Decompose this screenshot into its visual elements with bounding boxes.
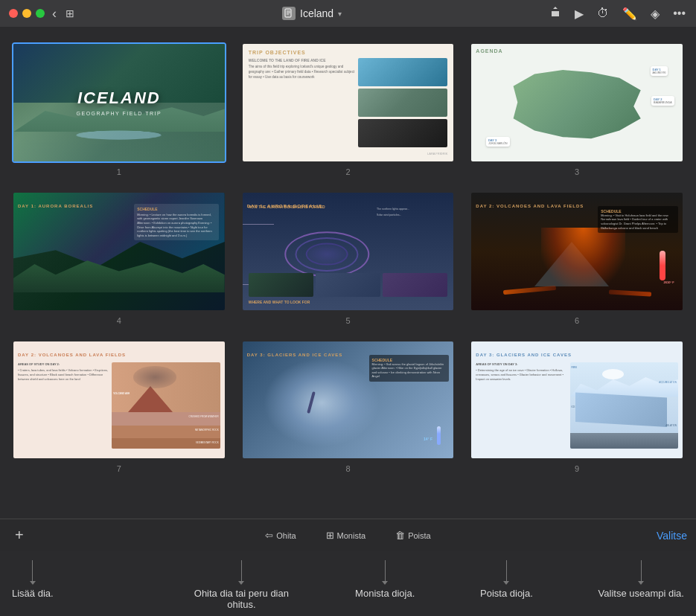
slide8-schedule: SCHEDULE Morning: • Sail across the glac… [369, 355, 450, 382]
slide2-desc: WELCOME TO THE LAND OF FIRE AND ICE [249, 58, 355, 63]
monista-button[interactable]: ⊞ Monista [320, 528, 372, 542]
titlebar-actions: ▶ ⏱ ✏️ ◈ ••• [548, 4, 687, 22]
slide-thumb-2[interactable]: TRIP OBJECTIVES WELCOME TO THE LAND OF F… [241, 42, 456, 163]
slide9-cloud [602, 369, 624, 379]
day1-badge: DAY 1 AKUREYRI [651, 66, 668, 76]
slide9-sub: AREAS OF STUDY ON DAY 3: [476, 362, 566, 367]
ohita-button[interactable]: ⇦ Ohita [259, 528, 301, 542]
tooltip-valitse: Valitse useampi dia. [598, 560, 684, 599]
add-slide-button[interactable]: + [9, 525, 30, 545]
poista-button[interactable]: 🗑 Poista [389, 528, 437, 542]
slide-thumb-5[interactable]: DAY 1: AURORA BOREALIS HOW THE AURORA BO… [241, 191, 456, 312]
tooltip-valitse-line [641, 560, 642, 581]
slide7-layer-sed [112, 426, 220, 438]
slide5-bottom-images [249, 273, 448, 297]
title-chevron-icon: ▾ [338, 10, 342, 18]
svg-rect-0 [285, 9, 291, 17]
tooltip-valitse-arrowhead [638, 581, 644, 585]
slide7-cone [128, 386, 173, 412]
slide-item-3[interactable]: AGENDA DAY 1 AKUREYRI DAY 2 BÁÐARBUNGA D… [470, 42, 684, 176]
slide4-schedule-title: SCHEDULE [137, 207, 215, 211]
minimize-button[interactable] [22, 9, 31, 18]
tooltip-poista-arrowhead [503, 581, 509, 585]
tooltip-ohita-arrowhead [238, 581, 244, 585]
slide-item-8[interactable]: DAY 3: GLACIERS AND ICE CAVES SCHEDULE M… [241, 340, 456, 474]
slide-item-2[interactable]: TRIP OBJECTIVES WELCOME TO THE LAND OF F… [241, 42, 456, 176]
slide-item-9[interactable]: DAY 3: GLACIERS AND ICE CAVES AREAS OF S… [470, 340, 684, 474]
tooltip-monista-text: Monista dioja. [355, 588, 415, 599]
slide4-bg: DAY 1: AURORA BOREALIS SCHEDULE Morning:… [13, 193, 225, 310]
slide7-label-meta: METAMORPHIC ROCK [195, 429, 219, 431]
slide6-lava-flow-1 [503, 286, 556, 295]
tooltip-poista-line [506, 560, 507, 581]
slide6-schedule: SCHEDULE Morning: • Visit to Holuhraun l… [598, 206, 678, 233]
back-button[interactable]: ‹ [51, 4, 58, 23]
pointer-button[interactable]: ◈ [649, 5, 661, 22]
slide2-header: TRIP OBJECTIVES [249, 50, 448, 55]
add-icon: + [15, 527, 24, 544]
slide-thumb-9[interactable]: DAY 3: GLACIERS AND ICE CAVES AREAS OF S… [470, 340, 684, 461]
slide7-bg: DAY 2: VOLCANOES AND LAVA FIELDS AREAS O… [13, 341, 225, 459]
slide4-schedule-text: Morning: • Lecture on how the aurora bor… [137, 213, 215, 238]
slide3-header: AGENDA [476, 48, 678, 54]
slide1-river [72, 131, 166, 140]
tooltip-ohita: Ohita dia tai peru dian ohitus. [193, 560, 290, 610]
slide-item-5[interactable]: DAY 1: AURORA BOREALIS HOW THE AURORA BO… [241, 191, 456, 325]
slide7-ash [133, 366, 176, 388]
slide2-text: WELCOME TO THE LAND OF FIRE AND ICE The … [249, 58, 355, 147]
slide-num-8: 8 [345, 464, 350, 473]
slide-thumb-6[interactable]: DAY 2: VOLCANOES AND LAVA FIELDS SCHEDUL… [470, 191, 684, 312]
slide-item-7[interactable]: DAY 2: VOLCANOES AND LAVA FIELDS AREAS O… [12, 340, 226, 474]
annotate-button[interactable]: ✏️ [621, 5, 639, 22]
slide5-img-3 [383, 273, 447, 297]
slide-grid-container: ICELAND GEOGRAPHY FIELD TRIP 1 TRIP OBJE… [0, 28, 696, 519]
slide7-label-ash: VOLCANO ASH [113, 392, 130, 395]
more-button[interactable]: ••• [671, 5, 687, 22]
slide-num-3: 3 [575, 167, 579, 176]
slide9-text: AREAS OF STUDY ON DAY 3: • Determining t… [476, 362, 566, 449]
document-icon [282, 7, 296, 20]
slide-thumb-7[interactable]: DAY 2: VOLCANOES AND LAVA FIELDS AREAS O… [12, 340, 226, 461]
slide4-landscape [13, 257, 225, 292]
share-button[interactable] [548, 4, 563, 22]
slide8-header: DAY 3: GLACIERS AND ICE CAVES [247, 353, 343, 357]
monista-icon: ⊞ [326, 530, 334, 541]
slide2-images [358, 58, 447, 147]
close-button[interactable] [9, 9, 18, 18]
bottom-toolbar: + ⇦ Ohita ⊞ Monista 🗑 Poista Valitse [0, 519, 696, 551]
slide-thumb-3[interactable]: AGENDA DAY 1 AKUREYRI DAY 2 BÁÐARBUNGA D… [470, 42, 684, 163]
slide7-cross-section: VOLCANO ASH CRUSHED FROM WEATHER METAMOR… [112, 362, 220, 449]
slide1-title: ICELAND [77, 89, 161, 108]
toolbar-left-group: + [0, 525, 30, 545]
play-button[interactable]: ▶ [573, 5, 585, 22]
slide9-cross-bg: FIRN ACCUMULATION ICE ABLATION MELT LAKE [570, 362, 678, 449]
slide-num-1: 1 [117, 167, 121, 176]
slide-thumb-1[interactable]: ICELAND GEOGRAPHY FIELD TRIP [12, 42, 226, 163]
tooltip-add: Lisää dia. [12, 560, 54, 599]
sidebar-toggle-button[interactable]: ⊞ [64, 6, 76, 21]
tooltip-poista: Poista dioja. [480, 560, 533, 599]
slide2-credit: LÁRA FRIÐRIK [249, 152, 448, 155]
slide9-diagram: FIRN ACCUMULATION ICE ABLATION MELT LAKE [570, 362, 678, 449]
slide-item-1[interactable]: ICELAND GEOGRAPHY FIELD TRIP 1 [12, 42, 226, 176]
maximize-button[interactable] [36, 9, 45, 18]
timer-button[interactable]: ⏱ [596, 5, 610, 22]
valitse-button[interactable]: Valitse [657, 530, 687, 542]
slide-item-6[interactable]: DAY 2: VOLCANOES AND LAVA FIELDS SCHEDUL… [470, 191, 684, 325]
slide5-labels: The northern lights appear... Solar wind… [377, 208, 450, 218]
slide7-sub: AREAS OF STUDY ON DAY 2: [18, 362, 109, 367]
poista-label: Poista [408, 531, 431, 540]
slide-thumb-4[interactable]: DAY 1: AURORA BOREALIS SCHEDULE Morning:… [12, 191, 226, 312]
tooltip-area: Lisää dia. Ohita dia tai peru dian ohitu… [0, 551, 696, 616]
slide4-schedule: SCHEDULE Morning: • Lecture on how the a… [134, 204, 218, 241]
slide-thumb-8[interactable]: DAY 3: GLACIERS AND ICE CAVES SCHEDULE M… [241, 340, 456, 461]
slide9-bg: DAY 3: GLACIERS AND ICE CAVES AREAS OF S… [471, 341, 683, 459]
slide3-map-area: DAY 1 AKUREYRI DAY 2 BÁÐARBUNGA DAY 3 JÖ… [476, 56, 678, 157]
slide-item-4[interactable]: DAY 1: AURORA BOREALIS SCHEDULE Morning:… [12, 191, 226, 325]
slide6-temp: 2610° F [664, 280, 674, 284]
slide2-bg: TRIP OBJECTIVES WELCOME TO THE LAND OF F… [243, 44, 454, 161]
slide8-schedule-text: Morning: • Sail across the glacial lagoo… [372, 362, 447, 379]
tooltip-valitse-text: Valitse useampi dia. [598, 588, 684, 599]
thermometer [660, 251, 665, 280]
slide7-content: AREAS OF STUDY ON DAY 2: • Craters, lava… [18, 362, 220, 449]
